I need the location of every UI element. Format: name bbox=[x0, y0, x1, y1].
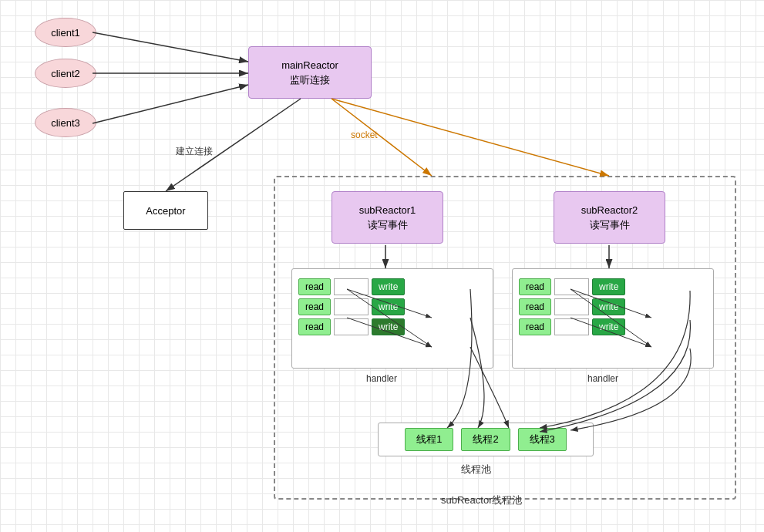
right-write-3: write bbox=[592, 318, 625, 335]
thread-pool-label: 线程池 bbox=[461, 463, 491, 476]
client1-node: client1 bbox=[35, 18, 96, 47]
left-row-1: read write bbox=[298, 278, 486, 295]
right-write-2: write bbox=[592, 298, 625, 315]
right-read-2: read bbox=[519, 298, 551, 315]
left-write-2: write bbox=[372, 298, 405, 315]
svg-line-4 bbox=[93, 85, 248, 123]
subreactor1-line1: subReactor1 bbox=[359, 203, 416, 218]
right-read-1: read bbox=[519, 278, 551, 295]
right-write-1: write bbox=[592, 278, 625, 295]
right-buf-2 bbox=[554, 298, 589, 315]
left-row-3: read write bbox=[298, 318, 486, 335]
right-read-3: read bbox=[519, 318, 551, 335]
left-handler-box: read write read write read write bbox=[291, 268, 493, 369]
left-buf-2 bbox=[334, 298, 369, 315]
thread-pool-box: 线程1 线程2 线程3 bbox=[378, 423, 594, 456]
main-reactor-node: mainReactor 监听连接 bbox=[248, 46, 372, 99]
subreactor2-line2: 读写事件 bbox=[581, 217, 638, 233]
left-handler-label: handler bbox=[366, 373, 397, 384]
left-read-3: read bbox=[298, 318, 331, 335]
subreactor2-line1: subReactor2 bbox=[581, 203, 638, 218]
thread-3: 线程3 bbox=[518, 428, 567, 451]
left-write-1: write bbox=[372, 278, 405, 295]
client3-node: client3 bbox=[35, 108, 96, 137]
right-row-1: read write bbox=[519, 278, 707, 295]
client2-label: client2 bbox=[51, 68, 80, 79]
establish-label: 建立连接 bbox=[176, 145, 213, 158]
right-buf-3 bbox=[554, 318, 589, 335]
svg-line-2 bbox=[93, 32, 248, 62]
left-buf-3 bbox=[334, 318, 369, 335]
subreactor-pool-label: subReactor线程池 bbox=[441, 493, 522, 507]
right-row-3: read write bbox=[519, 318, 707, 335]
left-buf-1 bbox=[334, 278, 369, 295]
svg-line-6 bbox=[332, 99, 432, 176]
right-buf-1 bbox=[554, 278, 589, 295]
right-handler-label: handler bbox=[587, 373, 618, 384]
client2-node: client2 bbox=[35, 59, 96, 88]
main-reactor-line2: 监听连接 bbox=[281, 72, 338, 88]
left-row-2: read write bbox=[298, 298, 486, 315]
acceptor-label: Acceptor bbox=[146, 205, 185, 217]
subreactor1-line2: 读写事件 bbox=[359, 217, 416, 233]
left-read-2: read bbox=[298, 298, 331, 315]
main-reactor-line1: mainReactor bbox=[281, 58, 338, 73]
subreactor1-node: subReactor1 读写事件 bbox=[332, 191, 443, 244]
thread-2: 线程2 bbox=[461, 428, 510, 451]
subreactor2-node: subReactor2 读写事件 bbox=[554, 191, 665, 244]
right-row-2: read write bbox=[519, 298, 707, 315]
acceptor-node: Acceptor bbox=[123, 191, 208, 230]
thread-1: 线程1 bbox=[405, 428, 453, 451]
left-read-1: read bbox=[298, 278, 331, 295]
socket-label: socket bbox=[351, 130, 378, 140]
left-write-3: write bbox=[372, 318, 405, 335]
client1-label: client1 bbox=[51, 27, 80, 39]
right-handler-box: read write read write read write bbox=[512, 268, 714, 369]
client3-label: client3 bbox=[51, 117, 80, 129]
